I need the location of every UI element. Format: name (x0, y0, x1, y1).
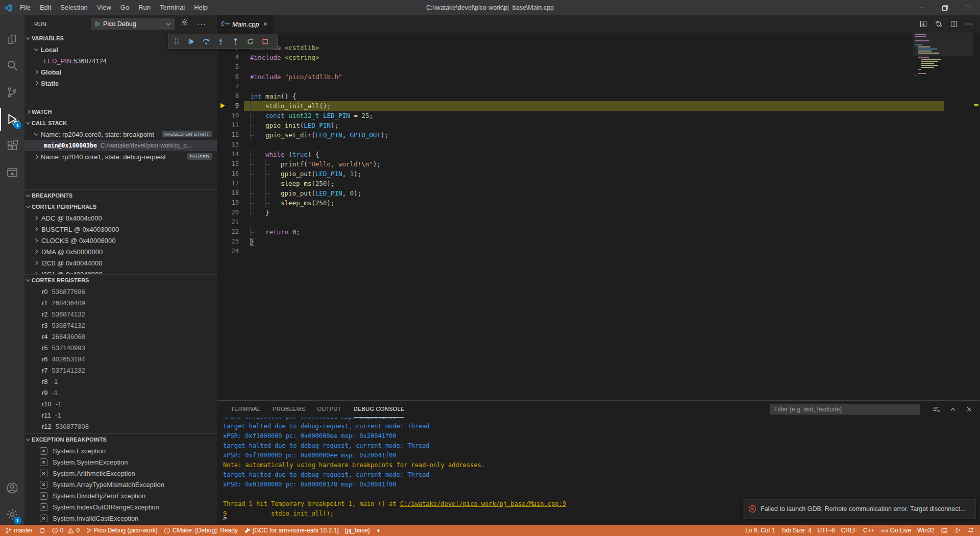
notification-toast[interactable]: Failed to launch GDB: Remote communicati… (743, 499, 976, 519)
status-build-zap[interactable] (373, 525, 384, 536)
exception-breakpoint-row[interactable]: ✕System.IndexOutOfRangeException (24, 501, 217, 513)
source-link[interactable]: C:/iwatake/devel/pico-work/pj_base/Main.… (400, 500, 566, 507)
code-line[interactable]: 12→gpio_set_dir(LED_PIN, GPIO_OUT); (217, 130, 980, 140)
peripheral-row[interactable]: CLOCKS @ 0x40008000 (24, 235, 217, 246)
more-actions-icon[interactable]: ⋯ (965, 19, 973, 29)
code-line[interactable]: 7 (217, 82, 980, 91)
section-header[interactable]: EXCEPTION BREAKPOINTS (24, 434, 217, 445)
exception-breakpoint-row[interactable]: ✕System.Exception (24, 445, 217, 456)
register-row[interactable]: r9-1 (24, 387, 217, 398)
section-header[interactable]: CORTEX PERIPHERALS (24, 201, 217, 212)
register-row[interactable]: r10-1 (24, 398, 217, 409)
status-cmake-target[interactable]: [pj_base] (342, 525, 373, 536)
panel-tab-output[interactable]: OUTPUT (317, 401, 341, 418)
status-cmake-status[interactable]: CMake: [Debug]: Ready (161, 525, 241, 536)
code-line[interactable]: 10→const uint32_t LED_PIN = 25; (217, 111, 980, 120)
split-editor-icon[interactable] (950, 20, 958, 28)
panel-tab-terminal[interactable]: TERMINAL (231, 401, 260, 418)
code-line[interactable]: 24 (217, 247, 980, 256)
status-cursor-position[interactable]: Ln 9, Col 1 (742, 525, 778, 536)
thread-row[interactable]: Name: rp2040.core0, state: breakpointPAU… (24, 129, 217, 140)
code-editor[interactable]: 3#include <cstdlib>4#include <cstring>56… (217, 33, 980, 416)
menu-go[interactable]: Go (116, 0, 134, 15)
menu-run[interactable]: Run (134, 0, 155, 15)
register-row[interactable]: r1268436409 (24, 297, 217, 308)
code-line[interactable]: 16→→gpio_put(LED_PIN, 1); (217, 169, 980, 179)
checkbox-checked-icon[interactable]: ✕ (40, 481, 47, 489)
code-line[interactable]: 21 (217, 217, 980, 227)
debug-config-dropdown[interactable]: Pico Debug (91, 18, 175, 30)
code-line[interactable]: 13 (217, 140, 980, 150)
peripheral-row[interactable]: DMA @ 0x50000000 (24, 246, 217, 257)
code-line[interactable]: 18→→gpio_put(LED_PIN, 0); (217, 188, 980, 198)
run-build-icon[interactable] (919, 20, 927, 28)
register-row[interactable]: r11-1 (24, 409, 217, 421)
code-line[interactable]: 22→return 0; (217, 227, 980, 237)
menu-help[interactable]: Help (189, 0, 212, 15)
activity-manage[interactable]: 1 (0, 503, 24, 526)
minimize-button[interactable] (910, 0, 933, 15)
peripheral-row[interactable]: BUSCTRL @ 0x40030000 (24, 224, 217, 235)
section-header[interactable]: BREAKPOINTS (24, 190, 217, 201)
code-line[interactable]: 23} (217, 237, 980, 247)
thread-row[interactable]: Name: rp2040.core1, state: debug-request… (24, 151, 217, 162)
checkbox-checked-icon[interactable]: ✕ (40, 458, 47, 466)
restart-button[interactable] (243, 34, 258, 48)
toolbar-drag-grip[interactable] (169, 34, 184, 48)
peripheral-row[interactable]: ADC @ 0x4004c000 (24, 212, 217, 224)
status-feedback[interactable] (951, 525, 964, 536)
activity-extensions[interactable] (0, 134, 24, 157)
status-problems[interactable]: 00 (48, 525, 83, 536)
step-over-button[interactable] (199, 34, 213, 48)
exception-breakpoint-row[interactable]: ✕System.InvalidCastException (24, 513, 217, 524)
register-row[interactable]: r0536877696 (24, 286, 217, 297)
status-notifications-bell[interactable] (964, 525, 977, 536)
status-cmake-kit[interactable]: [GCC for arm-none-eabi 10.2.1] (241, 525, 342, 536)
stop-button[interactable] (258, 34, 273, 48)
register-row[interactable]: r3536874132 (24, 320, 217, 331)
activity-source-control[interactable] (0, 81, 24, 104)
exception-breakpoint-row[interactable]: ✕System.ArithmeticException (24, 468, 217, 479)
menu-view[interactable]: View (92, 0, 116, 15)
checkbox-checked-icon[interactable]: ✕ (40, 515, 47, 522)
register-row[interactable]: r6402653184 (24, 353, 217, 364)
register-row[interactable]: r5537140993 (24, 342, 217, 353)
scope-static[interactable]: Static (24, 78, 217, 89)
code-line[interactable]: 8int main() { (217, 91, 980, 101)
status-encoding[interactable]: UTF-8 (815, 525, 838, 536)
peripheral-row[interactable]: I2C1 @ 0x40048000 (24, 269, 217, 274)
register-row[interactable]: r7537141232 (24, 364, 217, 376)
checkbox-checked-icon[interactable]: ✕ (40, 470, 47, 477)
menu-selection[interactable]: Selection (56, 0, 92, 15)
close-window-button[interactable] (957, 0, 980, 15)
menu-file[interactable]: File (15, 0, 35, 15)
code-line[interactable]: 19→→sleep_ms(250); (217, 198, 980, 208)
step-into-button[interactable] (213, 34, 228, 48)
code-line[interactable]: 20→} (217, 208, 980, 217)
status-debug-launch[interactable]: Pico Debug (pico-work) (83, 525, 161, 536)
checkbox-checked-icon[interactable]: ✕ (40, 503, 47, 511)
stack-frame-row[interactable]: main@0x100003beC:/iwatake/devel/pico-wor… (24, 140, 217, 151)
exception-breakpoint-row[interactable]: ✕System.DivideByZeroException (24, 490, 217, 501)
status-language-mode[interactable]: C++ (860, 525, 878, 536)
section-header[interactable]: WATCH (24, 106, 217, 117)
code-line[interactable]: 17→→sleep_ms(250); (217, 179, 980, 188)
activity-account[interactable] (0, 477, 24, 499)
restore-button[interactable] (933, 0, 957, 15)
register-row[interactable]: r12536877808 (24, 421, 217, 432)
code-line[interactable]: 5 (217, 62, 980, 72)
exception-breakpoint-row[interactable]: ✕System.ArrayTypeMismatchException (24, 479, 217, 490)
status-indentation[interactable]: Tab Size: 4 (778, 525, 814, 536)
step-out-button[interactable] (228, 34, 243, 48)
activity-run-and-debug[interactable]: 1 (0, 108, 24, 131)
checkbox-checked-icon[interactable]: ✕ (40, 447, 47, 455)
section-header[interactable]: CORTEX REGISTERS (24, 275, 217, 286)
code-line[interactable]: 11→gpio_init(LED_PIN); (217, 120, 980, 130)
start-debug-icon[interactable] (94, 21, 101, 27)
scope-global[interactable]: Global (24, 66, 217, 78)
tab-close-icon[interactable]: × (263, 20, 267, 28)
code-line[interactable]: 15→→printf("Hello, world!\n"); (217, 159, 980, 169)
console-filter-input[interactable] (770, 404, 920, 415)
configure-gear-icon[interactable] (181, 18, 188, 26)
activity-explorer[interactable] (0, 28, 24, 51)
